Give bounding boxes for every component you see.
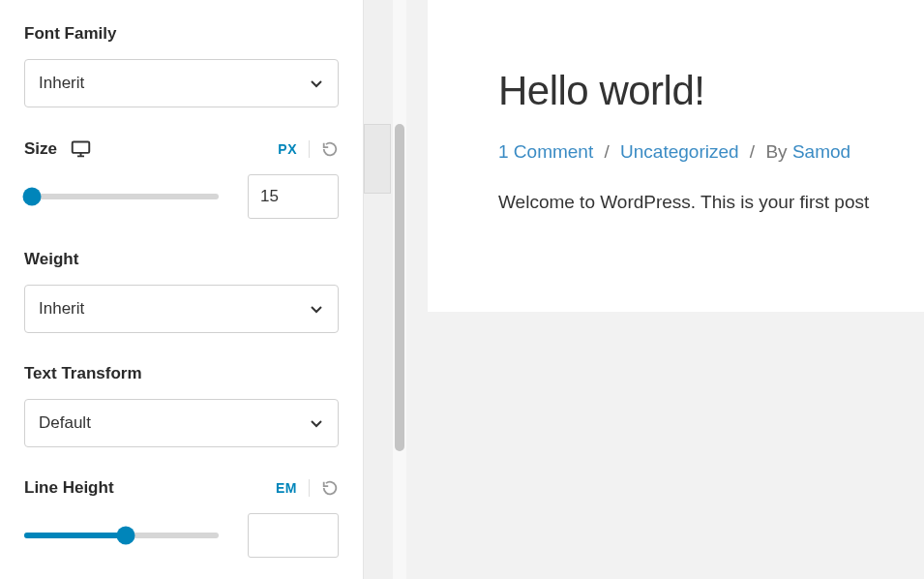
scrollbar-track[interactable] — [393, 0, 406, 579]
preview-pane: Hello world! 1 Comment / Uncategorized /… — [406, 0, 924, 579]
svg-rect-0 — [73, 142, 90, 153]
desktop-icon[interactable] — [71, 138, 91, 159]
reset-icon[interactable] — [321, 479, 339, 497]
scrollbar-thumb[interactable] — [395, 124, 404, 451]
slider-track — [24, 194, 219, 199]
line-height-input[interactable] — [248, 513, 339, 558]
author-link[interactable]: Samod — [792, 141, 850, 162]
by-label: By — [765, 141, 787, 162]
text-transform-value: Default — [39, 413, 91, 433]
reset-icon[interactable] — [321, 140, 339, 158]
line-height-label: Line Height — [24, 478, 114, 498]
weight-value: Inherit — [39, 299, 84, 319]
weight-control: Weight Inherit — [24, 250, 339, 333]
line-height-label-row: Line Height EM — [24, 478, 339, 498]
font-family-value: Inherit — [39, 74, 84, 93]
font-family-label: Font Family — [24, 24, 339, 44]
line-height-slider[interactable] — [24, 526, 219, 545]
font-family-select[interactable]: Inherit — [24, 59, 339, 107]
meta-separator: / — [750, 141, 755, 162]
text-transform-control: Text Transform Default — [24, 364, 339, 447]
line-height-control: Line Height EM — [24, 478, 339, 558]
customizer-sidebar: Font Family Inherit Size PX — [0, 0, 363, 579]
font-family-control: Font Family Inherit — [24, 24, 339, 107]
size-label-row: Size PX — [24, 138, 339, 159]
size-input[interactable]: 15 — [248, 174, 339, 219]
comments-link[interactable]: 1 Comment — [498, 141, 593, 162]
slider-thumb[interactable] — [23, 188, 42, 206]
weight-select[interactable]: Inherit — [24, 285, 339, 333]
size-control: Size PX — [24, 138, 339, 219]
size-label: Size — [24, 139, 57, 159]
size-slider[interactable] — [24, 187, 219, 206]
line-height-unit[interactable]: EM — [276, 480, 297, 496]
chevron-down-icon — [309, 76, 324, 91]
separator — [309, 140, 310, 158]
divider-tab — [364, 124, 391, 194]
size-value: 15 — [260, 187, 279, 206]
panel-divider — [363, 0, 406, 579]
post-title: Hello world! — [498, 68, 924, 114]
meta-separator: / — [604, 141, 609, 162]
chevron-down-icon — [309, 301, 324, 317]
preview-post: Hello world! 1 Comment / Uncategorized /… — [428, 0, 924, 312]
post-meta: 1 Comment / Uncategorized / By Samod — [498, 141, 924, 163]
chevron-down-icon — [309, 415, 324, 431]
slider-fill — [24, 533, 126, 538]
post-body: Welcome to WordPress. This is your first… — [498, 192, 924, 213]
slider-thumb[interactable] — [116, 527, 134, 545]
category-link[interactable]: Uncategorized — [620, 141, 739, 162]
size-unit[interactable]: PX — [278, 141, 297, 157]
separator — [309, 479, 310, 497]
weight-label: Weight — [24, 250, 339, 269]
text-transform-select[interactable]: Default — [24, 399, 339, 447]
text-transform-label: Text Transform — [24, 364, 339, 383]
